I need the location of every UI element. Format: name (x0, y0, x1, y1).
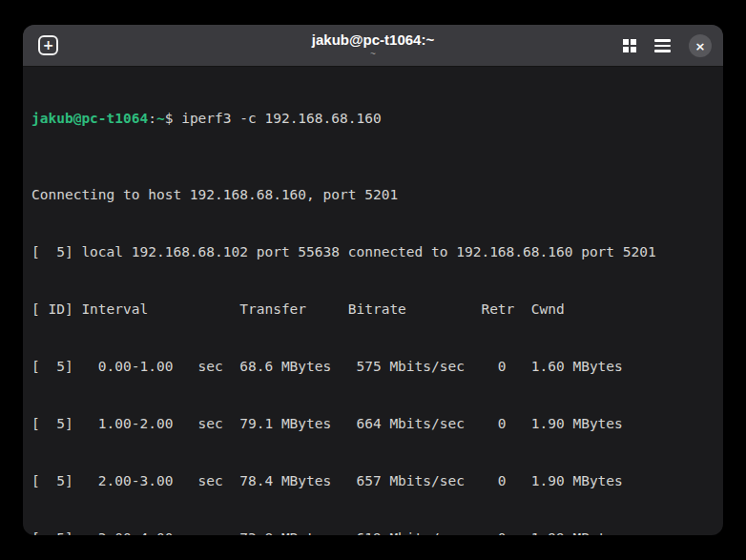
window-title: jakub@pc-t1064:~ (182, 31, 564, 48)
terminal-window: + jakub@pc-t1064:~ ~ × jakub@pc-t1064:~$… (23, 25, 723, 535)
terminal-output-line: [ 5] 3.00-4.00 sec 73.8 MBytes 619 Mbits… (31, 529, 715, 535)
prompt-symbol: $ (165, 111, 181, 126)
terminal-output-line: Connecting to host 192.168.68.160, port … (31, 185, 715, 204)
close-button[interactable]: × (689, 34, 712, 57)
terminal-output-line: [ ID] Interval Transfer Bitrate Retr Cwn… (31, 300, 715, 319)
command-text: iperf3 -c 192.168.68.160 (181, 111, 382, 126)
terminal-output-line: [ 5] 2.00-3.00 sec 78.4 MBytes 657 Mbits… (31, 471, 715, 490)
title-block: jakub@pc-t1064:~ ~ (182, 31, 564, 60)
prompt-colon: : (148, 111, 156, 126)
titlebar-actions: × (623, 25, 712, 67)
grid-icon (623, 39, 636, 52)
tab-overview-button[interactable] (623, 39, 636, 52)
hamburger-menu-icon (654, 39, 671, 52)
terminal-screen[interactable]: jakub@pc-t1064:~$ iperf3 -c 192.168.68.1… (23, 67, 723, 535)
new-tab-button[interactable]: + (38, 35, 58, 55)
menu-button[interactable] (654, 39, 671, 52)
prompt-line: jakub@pc-t1064:~$ iperf3 -c 192.168.68.1… (31, 109, 715, 128)
terminal-output-line: [ 5] 0.00-1.00 sec 68.6 MBytes 575 Mbits… (31, 357, 715, 376)
prompt-user-host: jakub@pc-t1064 (31, 111, 148, 126)
titlebar[interactable]: + jakub@pc-t1064:~ ~ × (23, 25, 723, 67)
window-subtitle: ~ (182, 49, 564, 60)
desktop-background: + jakub@pc-t1064:~ ~ × jakub@pc-t1064:~$… (0, 0, 746, 560)
terminal-output-line: [ 5] local 192.168.68.102 port 55638 con… (31, 242, 715, 261)
terminal-output-line: [ 5] 1.00-2.00 sec 79.1 MBytes 664 Mbits… (31, 414, 715, 433)
prompt-path: ~ (156, 111, 165, 126)
close-icon: × (695, 40, 706, 52)
plus-icon: + (43, 38, 54, 52)
